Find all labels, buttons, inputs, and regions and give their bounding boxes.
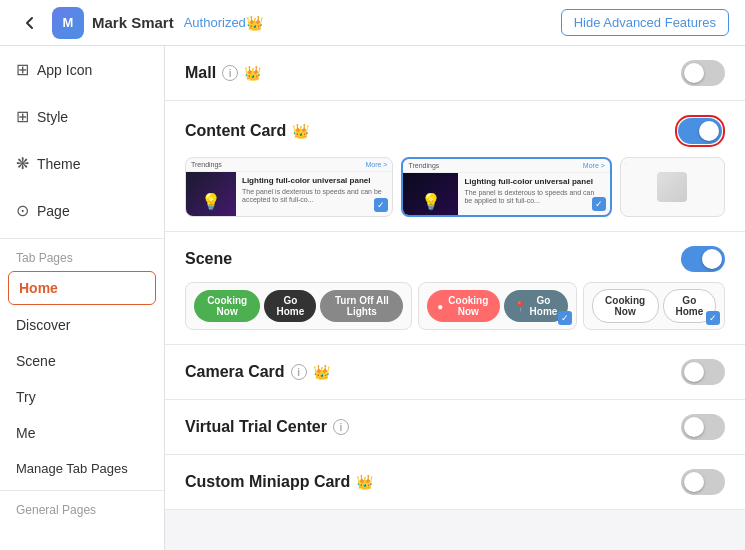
sidebar-divider xyxy=(0,238,164,239)
sidebar-label-theme: Theme xyxy=(37,156,81,172)
scene-check-2: ✓ xyxy=(558,311,572,325)
mall-toggle[interactable] xyxy=(681,60,725,86)
light-icon-1: 💡 xyxy=(201,192,221,211)
feature-row-scene: Scene Cooking Now Go Home Turn Off All L… xyxy=(165,232,745,345)
custom-miniapp-crown-icon: 👑 xyxy=(356,474,373,490)
sidebar-item-style[interactable]: ⊞ Style xyxy=(0,93,164,140)
app-icon-icon: ⊞ xyxy=(16,60,29,79)
more-link-1: More > xyxy=(365,161,387,168)
content-card-crown-icon: 👑 xyxy=(292,123,309,139)
feature-title-camera-card: Camera Card i 👑 xyxy=(185,363,681,381)
trending-label-2: Trendings xyxy=(408,162,439,169)
scene-toggle[interactable] xyxy=(681,246,725,272)
feature-title-custom-miniapp: Custom Miniapp Card 👑 xyxy=(185,473,681,491)
light-icon-2: 💡 xyxy=(421,192,441,211)
sidebar-item-home[interactable]: Home xyxy=(8,271,156,305)
sidebar-item-manage[interactable]: Manage Tab Pages xyxy=(0,451,164,486)
mall-crown-icon: 👑 xyxy=(244,65,261,81)
camera-card-toggle-track[interactable] xyxy=(681,359,725,385)
sidebar-item-discover[interactable]: Discover xyxy=(0,307,164,343)
content-card-toggle-track[interactable] xyxy=(678,118,722,144)
sidebar-item-me[interactable]: Me xyxy=(0,415,164,451)
feature-row-custom-miniapp: Custom Miniapp Card 👑 xyxy=(165,455,745,510)
preview-text-2: Lighting full-color universal panel The … xyxy=(458,173,609,217)
preview-check-1: ✓ xyxy=(374,198,388,212)
scene-btn-lights-1[interactable]: Turn Off All Lights xyxy=(320,290,403,322)
content-card-toggle[interactable] xyxy=(678,118,722,144)
sidebar-item-theme[interactable]: ❋ Theme xyxy=(0,140,164,187)
camera-card-toggle-thumb xyxy=(684,362,704,382)
preview-img-1: 💡 xyxy=(186,172,236,217)
trending-label-1: Trendings xyxy=(191,161,222,168)
sidebar-item-app-icon[interactable]: ⊞ App Icon xyxy=(0,46,164,93)
tab-pages-label: Tab Pages xyxy=(0,243,164,269)
scene-toggle-track[interactable] xyxy=(681,246,725,272)
mall-info-icon: i xyxy=(222,65,238,81)
camera-card-info-icon: i xyxy=(291,364,307,380)
preview-text-1: Lighting full-color universal panel The … xyxy=(236,172,392,217)
feature-row-mall: Mall i 👑 xyxy=(165,46,745,101)
feature-title-mall: Mall i 👑 xyxy=(185,64,681,82)
custom-miniapp-toggle-track[interactable] xyxy=(681,469,725,495)
custom-miniapp-toggle[interactable] xyxy=(681,469,725,495)
camera-card-toggle[interactable] xyxy=(681,359,725,385)
back-button[interactable] xyxy=(16,9,44,37)
sidebar-label-app-icon: App Icon xyxy=(37,62,92,78)
virtual-trial-label: Virtual Trial Center xyxy=(185,418,327,436)
scene-toggle-thumb xyxy=(702,249,722,269)
preview-title-2: Lighting full-color universal panel xyxy=(464,177,603,187)
general-pages-label: General Pages xyxy=(0,495,164,521)
cooking-icon-2: ● xyxy=(437,301,443,312)
feature-row-camera-card: Camera Card i 👑 xyxy=(165,345,745,400)
feature-title-virtual-trial: Virtual Trial Center i xyxy=(185,418,681,436)
theme-icon: ❋ xyxy=(16,154,29,173)
page-icon: ⊙ xyxy=(16,201,29,220)
content-card-toggle-thumb xyxy=(699,121,719,141)
sidebar-item-scene[interactable]: Scene xyxy=(0,343,164,379)
content-preview-3: · xyxy=(620,157,725,217)
feature-title-content-card: Content Card 👑 xyxy=(185,122,675,140)
sidebar: ⊞ App Icon ⊞ Style ❋ Theme ⊙ Page Tab Pa… xyxy=(0,46,165,550)
scene-btn-cooking-1[interactable]: Cooking Now xyxy=(194,290,260,322)
preview-title-1: Lighting full-color universal panel xyxy=(242,176,386,186)
mall-label: Mall xyxy=(185,64,216,82)
avatar: M xyxy=(52,7,84,39)
scene-btn-cooking-3[interactable]: Cooking Now xyxy=(592,289,659,323)
content-card-toggle-highlight xyxy=(675,115,725,147)
preview-check-2: ✓ xyxy=(592,197,606,211)
camera-card-label: Camera Card xyxy=(185,363,285,381)
header: M Mark Smart Authorized 👑 Hide Advanced … xyxy=(0,0,745,46)
scene-btn-cooking-2[interactable]: ● Cooking Now xyxy=(427,290,500,322)
virtual-trial-info-icon: i xyxy=(333,419,349,435)
sidebar-item-page[interactable]: ⊙ Page xyxy=(0,187,164,234)
virtual-trial-toggle-thumb xyxy=(684,417,704,437)
custom-miniapp-label: Custom Miniapp Card xyxy=(185,473,350,491)
content-card-previews: Trendings More > 💡 Lighting full-color u… xyxy=(185,157,725,217)
authorized-label: Authorized xyxy=(184,15,246,30)
sidebar-label-style: Style xyxy=(37,109,68,125)
preview-desc-1: The panel is dexterous to speeds and can… xyxy=(242,188,386,205)
mall-toggle-track[interactable] xyxy=(681,60,725,86)
feature-title-scene: Scene xyxy=(185,250,681,268)
virtual-trial-toggle-track[interactable] xyxy=(681,414,725,440)
feature-row-content-card: Content Card 👑 Trendings xyxy=(165,101,745,232)
sidebar-item-try[interactable]: Try xyxy=(0,379,164,415)
camera-card-crown-icon: 👑 xyxy=(313,364,330,380)
hide-advanced-button[interactable]: Hide Advanced Features xyxy=(561,9,729,36)
feature-row-virtual-trial: Virtual Trial Center i xyxy=(165,400,745,455)
virtual-trial-toggle[interactable] xyxy=(681,414,725,440)
location-icon-2: 📍 xyxy=(514,301,526,312)
mall-toggle-thumb xyxy=(684,63,704,83)
scene-check-3: ✓ xyxy=(706,311,720,325)
main-content: Mall i 👑 Content Card 👑 xyxy=(165,46,745,550)
content-preview-2: Trendings More > 💡 Lighting full-color u… xyxy=(401,157,611,217)
more-link-2: More > xyxy=(583,162,605,169)
crown-icon: 👑 xyxy=(246,15,263,31)
user-name: Mark Smart xyxy=(92,14,174,31)
content-card-label: Content Card xyxy=(185,122,286,140)
custom-miniapp-toggle-thumb xyxy=(684,472,704,492)
style-icon: ⊞ xyxy=(16,107,29,126)
scene-button-previews: Cooking Now Go Home Turn Off All Lights … xyxy=(185,282,725,330)
preview-desc-2: The panel is dexterous to speeds and can… xyxy=(464,189,603,206)
scene-btn-go-home-1[interactable]: Go Home xyxy=(264,290,316,322)
